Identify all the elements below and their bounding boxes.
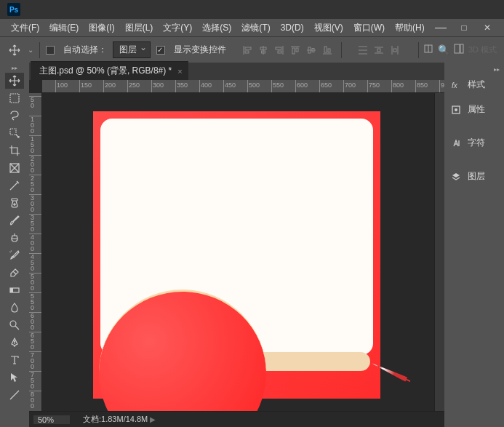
shape-tool[interactable] — [5, 387, 24, 403]
show-transform-checkbox[interactable] — [156, 46, 165, 55]
chevron-down-icon[interactable]: ⌄ — [28, 46, 33, 54]
align-top-button[interactable] — [287, 42, 303, 58]
align-to-icon[interactable] — [423, 44, 433, 56]
clone-stamp-tool[interactable] — [5, 230, 24, 246]
align-right-button[interactable] — [271, 42, 287, 58]
blur-tool[interactable] — [5, 300, 24, 316]
panel-character[interactable]: 字符 — [444, 131, 504, 156]
maximize-button[interactable]: □ — [453, 20, 475, 35]
healing-brush-tool[interactable] — [5, 195, 24, 211]
zoom-level[interactable]: 50% — [33, 415, 70, 424]
fx-icon: fx — [450, 79, 462, 91]
status-arrow-icon[interactable]: ▶ — [150, 415, 156, 423]
menu-select[interactable]: 选择(S) — [197, 22, 236, 34]
show-transform-label: 显示变换控件 — [174, 44, 226, 56]
ruler-vertical[interactable]: 5010015020025030035040045050055060065070… — [29, 93, 42, 411]
artboard[interactable] — [93, 111, 380, 399]
quick-select-tool[interactable] — [5, 125, 24, 141]
panel-label: 样式 — [468, 79, 485, 91]
panels-collapse-icon[interactable]: ▸▸ — [444, 65, 504, 73]
svg-rect-11 — [296, 48, 298, 52]
distribute-h-button[interactable] — [387, 42, 403, 58]
svg-rect-29 — [455, 44, 460, 53]
canvas-area[interactable] — [42, 93, 434, 411]
svg-rect-17 — [328, 49, 330, 52]
menu-filter[interactable]: 滤镜(T) — [236, 22, 275, 34]
status-bar: 50% 文档:1.83M/14.8M ▶ — [29, 411, 444, 427]
close-button[interactable]: ✕ — [476, 20, 498, 35]
search-icon[interactable]: 🔍 — [438, 44, 449, 55]
marquee-tool[interactable] — [5, 90, 24, 106]
distribute-top-button[interactable] — [355, 42, 371, 58]
minimize-button[interactable]: — — [430, 20, 452, 35]
crop-tool[interactable] — [5, 143, 24, 159]
ruler-horizontal[interactable]: 1001502002503003504004505005506006507007… — [42, 80, 444, 93]
svg-line-42 — [15, 326, 19, 330]
auto-select-checkbox[interactable] — [46, 46, 55, 55]
document-tabs: 主图.psd @ 50% (背景, RGB/8#) * × — [29, 63, 444, 80]
menu-window[interactable]: 窗口(W) — [348, 22, 390, 34]
menu-type[interactable]: 文字(Y) — [158, 22, 197, 34]
auto-select-dropdown[interactable]: 图层 — [113, 41, 151, 58]
properties-icon — [450, 104, 462, 116]
eyedropper-tool[interactable] — [5, 177, 24, 193]
options-bar: ⌄ 自动选择： 图层 显示变换控件 🔍 3D 模式 — [0, 36, 504, 63]
svg-rect-31 — [10, 94, 19, 103]
tab-close-icon[interactable]: × — [177, 67, 182, 76]
panel-label: 图层 — [468, 170, 485, 183]
align-group — [239, 42, 335, 58]
menu-bar: 文件(F) 编辑(E) 图像(I) 图层(L) 文字(Y) 选择(S) 滤镜(T… — [0, 19, 504, 36]
type-tool[interactable] — [5, 352, 24, 368]
svg-text:fx: fx — [452, 81, 458, 89]
distribute-v-button[interactable] — [371, 42, 387, 58]
panel-styles[interactable]: fx 样式 — [444, 73, 504, 97]
svg-rect-26 — [393, 49, 396, 52]
svg-point-41 — [10, 321, 16, 327]
character-icon — [450, 137, 462, 149]
svg-rect-2 — [245, 51, 249, 53]
panel-properties[interactable]: 属性 — [444, 97, 504, 122]
svg-rect-36 — [12, 199, 17, 201]
menu-edit[interactable]: 编辑(E) — [44, 22, 84, 34]
svg-rect-23 — [377, 49, 380, 52]
path-selection-tool[interactable] — [5, 370, 24, 386]
svg-point-47 — [455, 108, 457, 111]
layers-icon — [450, 171, 462, 183]
menu-layer[interactable]: 图层(L) — [120, 22, 159, 34]
svg-rect-8 — [278, 51, 281, 53]
doc-size-info[interactable]: 文档:1.83M/14.8M ▶ — [83, 414, 156, 425]
frame-tool[interactable] — [5, 160, 24, 176]
menu-image[interactable]: 图像(I) — [84, 22, 119, 34]
gradient-tool[interactable] — [5, 282, 24, 298]
menu-3d[interactable]: 3D(D) — [276, 23, 309, 33]
eraser-tool[interactable] — [5, 265, 24, 281]
align-center-h-button[interactable] — [255, 42, 271, 58]
document-tab[interactable]: 主图.psd @ 50% (背景, RGB/8#) * × — [31, 61, 188, 80]
pen-tool[interactable] — [5, 335, 24, 351]
history-brush-tool[interactable] — [5, 247, 24, 263]
svg-rect-1 — [245, 47, 251, 49]
svg-line-44 — [10, 391, 19, 399]
right-panels: ▸▸ fx 样式 属性 字符 图层 — [444, 63, 504, 427]
menu-file[interactable]: 文件(F) — [6, 22, 44, 34]
svg-rect-10 — [292, 48, 295, 54]
svg-rect-30 — [460, 44, 463, 53]
panel-layers[interactable]: 图层 — [444, 164, 504, 189]
panel-label: 字符 — [468, 137, 485, 149]
scrollbar-vertical[interactable] — [434, 93, 444, 411]
lasso-tool[interactable] — [5, 108, 24, 124]
panel-label: 属性 — [468, 103, 485, 116]
align-bottom-button[interactable] — [319, 42, 335, 58]
brush-tool[interactable] — [5, 212, 24, 228]
menu-view[interactable]: 视图(V) — [309, 22, 348, 34]
3d-mode-label: 3D 模式 — [468, 44, 497, 55]
align-center-v-button[interactable] — [303, 42, 319, 58]
align-left-button[interactable] — [239, 42, 255, 58]
distribute-group — [355, 42, 403, 58]
dodge-tool[interactable] — [5, 317, 24, 333]
tools-collapse-icon[interactable]: ▸▸ — [0, 64, 29, 71]
svg-point-43 — [14, 340, 15, 342]
workspace-icon[interactable] — [454, 44, 464, 56]
move-tool[interactable] — [5, 73, 24, 89]
menu-help[interactable]: 帮助(H) — [390, 22, 430, 34]
